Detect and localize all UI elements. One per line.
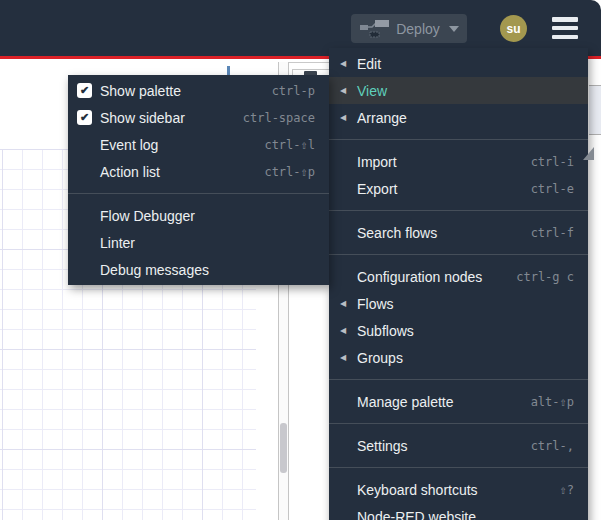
view-submenu-item-show-palette[interactable]: ✔Show palettectrl-p	[68, 77, 329, 104]
user-avatar[interactable]: su	[500, 15, 527, 42]
sidebar-scrollbar-thumb[interactable]	[589, 85, 601, 135]
main-menu-item-subflows[interactable]: ◀Subflows	[329, 317, 588, 344]
chevron-down-icon[interactable]	[449, 26, 459, 32]
hamburger-bar	[552, 17, 578, 22]
main-menu-separator	[329, 423, 588, 424]
main-menu-item-left-zone: ◀	[329, 87, 357, 95]
view-submenu-item-action-list[interactable]: Action listctrl-⇧p	[68, 158, 329, 185]
view-submenu-item-show-sidebar[interactable]: ✔Show sidebarctrl-space	[68, 104, 329, 131]
checkbox-checked-icon[interactable]: ✔	[77, 83, 92, 98]
view-submenu-item-event-log[interactable]: Event logctrl-⇧l	[68, 131, 329, 158]
main-menu-separator	[329, 467, 588, 468]
deploy-icon	[359, 16, 391, 42]
main-menu-item-label: Keyboard shortcuts	[357, 482, 560, 498]
view-submenu-item-left-zone: ✔	[68, 110, 100, 125]
sidebar-resize-handle-icon[interactable]	[583, 147, 594, 160]
main-menu-item-keyboard-shortcuts[interactable]: Keyboard shortcuts⇧?	[329, 476, 588, 503]
view-submenu-item-flow-debugger[interactable]: Flow Debugger	[68, 202, 329, 229]
shortcut-label: alt-⇧p	[531, 395, 574, 409]
shortcut-label: ⇧?	[560, 483, 574, 497]
shortcut-label: ctrl-f	[531, 226, 574, 240]
main-menu-item-label: Configuration nodes	[357, 269, 516, 285]
submenu-caret-left-icon: ◀	[340, 114, 346, 122]
main-menu-item-import[interactable]: Importctrl-i	[329, 148, 588, 175]
main-menu-item-manage-palette[interactable]: Manage palettealt-⇧p	[329, 388, 588, 415]
shortcut-label: ctrl-,	[531, 439, 574, 453]
flow-tab-edge	[227, 66, 230, 75]
view-submenu: ✔Show palettectrl-p✔Show sidebarctrl-spa…	[68, 75, 329, 285]
main-menu-item-search-flows[interactable]: Search flowsctrl-f	[329, 219, 588, 246]
main-menu-item-view[interactable]: ◀View	[329, 77, 588, 104]
main-menu-item-label: View	[357, 83, 574, 99]
view-submenu-item-label: Show palette	[100, 83, 272, 99]
main-menu-item-label: Groups	[357, 350, 574, 366]
view-submenu-item-debug-messages[interactable]: Debug messages	[68, 256, 329, 283]
shortcut-label: ctrl-⇧l	[264, 138, 315, 152]
main-menu-item-label: Manage palette	[357, 394, 531, 410]
submenu-caret-left-icon: ◀	[340, 300, 346, 308]
main-menu-item-left-zone: ◀	[329, 60, 357, 68]
main-menu-separator	[329, 379, 588, 380]
main-menu-item-left-zone: ◀	[329, 300, 357, 308]
shortcut-label: ctrl-p	[272, 84, 315, 98]
main-menu-item-arrange[interactable]: ◀Arrange	[329, 104, 588, 131]
main-menu-item-label: Arrange	[357, 110, 574, 126]
view-submenu-item-label: Action list	[100, 164, 264, 180]
main-menu-item-label: Settings	[357, 438, 531, 454]
hamburger-bar	[552, 26, 578, 31]
main-menu-item-left-zone: ◀	[329, 327, 357, 335]
view-submenu-item-label: Event log	[100, 137, 264, 153]
avatar-initials: su	[506, 22, 520, 36]
shortcut-label: ctrl-i	[531, 155, 574, 169]
view-submenu-item-left-zone: ✔	[68, 83, 100, 98]
shortcut-label: ctrl-e	[531, 182, 574, 196]
view-submenu-separator	[68, 193, 329, 194]
view-submenu-item-label: Show sidebar	[100, 110, 243, 126]
main-menu-item-label: Node-RED website	[357, 509, 574, 520]
main-menu-dropdown: ◀Edit◀View◀ArrangeImportctrl-iExportctrl…	[329, 48, 588, 520]
canvas-scrollbar-thumb[interactable]	[280, 423, 287, 473]
main-menu-separator	[329, 210, 588, 211]
view-submenu-item-label: Flow Debugger	[100, 208, 315, 224]
main-menu-separator	[329, 139, 588, 140]
view-submenu-item-linter[interactable]: Linter	[68, 229, 329, 256]
main-menu-item-groups[interactable]: ◀Groups	[329, 344, 588, 371]
hamburger-bar	[552, 35, 578, 40]
main-menu-item-node-red-website[interactable]: Node-RED website	[329, 503, 588, 520]
submenu-caret-left-icon: ◀	[340, 87, 346, 95]
main-menu-item-label: Subflows	[357, 323, 574, 339]
submenu-caret-left-icon: ◀	[340, 60, 346, 68]
main-menu-item-settings[interactable]: Settingsctrl-,	[329, 432, 588, 459]
main-menu-item-configuration-nodes[interactable]: Configuration nodesctrl-g c	[329, 263, 588, 290]
submenu-caret-left-icon: ◀	[340, 354, 346, 362]
main-menu-separator	[329, 254, 588, 255]
main-menu-item-left-zone: ◀	[329, 354, 357, 362]
checkbox-checked-icon[interactable]: ✔	[77, 110, 92, 125]
main-menu-item-export[interactable]: Exportctrl-e	[329, 175, 588, 202]
shortcut-label: ctrl-space	[243, 111, 315, 125]
deploy-button[interactable]: Deploy	[351, 14, 467, 43]
view-submenu-item-label: Linter	[100, 235, 315, 251]
hamburger-menu-icon[interactable]	[552, 17, 578, 39]
main-menu-item-label: Export	[357, 181, 531, 197]
main-menu-item-label: Search flows	[357, 225, 531, 241]
main-menu-item-left-zone: ◀	[329, 114, 357, 122]
main-menu-item-label: Flows	[357, 296, 574, 312]
view-submenu-item-label: Debug messages	[100, 262, 315, 278]
shortcut-label: ctrl-⇧p	[264, 165, 315, 179]
main-menu-item-label: Import	[357, 154, 531, 170]
node-red-editor: Deploy su ✔Show palettectrl-p✔Show sideb…	[0, 0, 601, 520]
main-menu-item-label: Edit	[357, 56, 574, 72]
sidebar-scrollbar[interactable]	[589, 59, 601, 520]
deploy-button-label: Deploy	[391, 21, 445, 37]
main-menu-item-flows[interactable]: ◀Flows	[329, 290, 588, 317]
submenu-caret-left-icon: ◀	[340, 327, 346, 335]
main-menu-item-edit[interactable]: ◀Edit	[329, 50, 588, 77]
shortcut-label: ctrl-g c	[516, 270, 574, 284]
